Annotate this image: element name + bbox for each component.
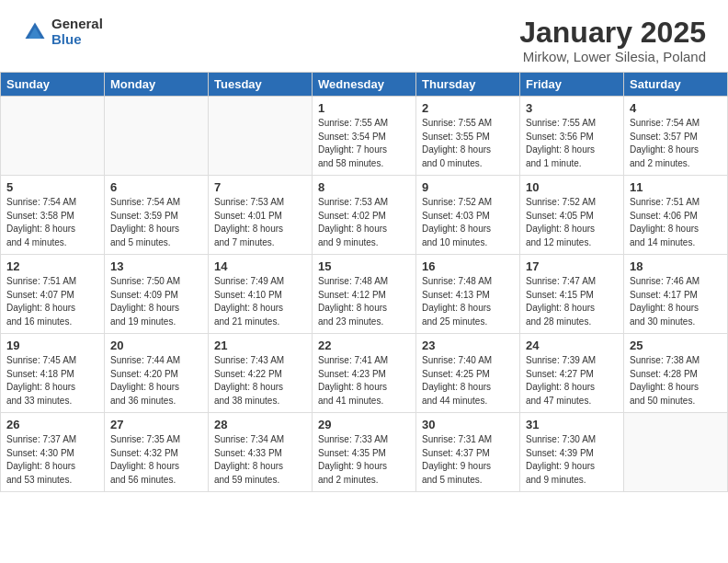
day-number: 12 <box>6 259 98 273</box>
calendar-day-header: Thursday <box>416 73 520 97</box>
calendar-cell <box>624 413 728 492</box>
calendar-week-row: 12Sunrise: 7:51 AM Sunset: 4:07 PM Dayli… <box>1 255 728 334</box>
day-info: Sunrise: 7:48 AM Sunset: 4:12 PM Dayligh… <box>318 275 410 328</box>
logo-icon <box>22 19 48 45</box>
day-info: Sunrise: 7:33 AM Sunset: 4:35 PM Dayligh… <box>318 433 410 487</box>
day-info: Sunrise: 7:53 AM Sunset: 4:02 PM Dayligh… <box>318 196 410 249</box>
calendar-cell: 29Sunrise: 7:33 AM Sunset: 4:35 PM Dayli… <box>313 413 416 492</box>
day-number: 29 <box>318 418 410 431</box>
calendar-cell: 10Sunrise: 7:52 AM Sunset: 4:05 PM Dayli… <box>520 176 624 255</box>
calendar-week-row: 5Sunrise: 7:54 AM Sunset: 3:58 PM Daylig… <box>1 176 728 255</box>
day-info: Sunrise: 7:55 AM Sunset: 3:54 PM Dayligh… <box>318 117 410 170</box>
day-info: Sunrise: 7:31 AM Sunset: 4:37 PM Dayligh… <box>422 433 514 487</box>
day-number: 24 <box>526 339 618 352</box>
calendar-cell <box>105 97 209 176</box>
page-subtitle: Mirkow, Lower Silesia, Poland <box>519 49 706 64</box>
page-header: General Blue January 2025 Mirkow, Lower … <box>0 0 728 72</box>
day-info: Sunrise: 7:51 AM Sunset: 4:06 PM Dayligh… <box>630 196 722 249</box>
day-info: Sunrise: 7:49 AM Sunset: 4:10 PM Dayligh… <box>214 275 306 328</box>
day-info: Sunrise: 7:55 AM Sunset: 3:56 PM Dayligh… <box>526 117 618 170</box>
day-info: Sunrise: 7:45 AM Sunset: 4:18 PM Dayligh… <box>6 354 98 408</box>
calendar-week-row: 26Sunrise: 7:37 AM Sunset: 4:30 PM Dayli… <box>1 413 728 492</box>
calendar-day-header: Wednesday <box>313 73 416 97</box>
calendar-cell <box>209 97 313 176</box>
day-info: Sunrise: 7:55 AM Sunset: 3:55 PM Dayligh… <box>422 117 514 170</box>
calendar-header-row: SundayMondayTuesdayWednesdayThursdayFrid… <box>1 73 728 97</box>
day-number: 21 <box>214 339 306 352</box>
day-number: 14 <box>214 259 306 273</box>
page-title: January 2025 <box>519 17 706 49</box>
day-info: Sunrise: 7:43 AM Sunset: 4:22 PM Dayligh… <box>214 354 306 408</box>
day-number: 7 <box>214 180 306 194</box>
calendar-cell: 27Sunrise: 7:35 AM Sunset: 4:32 PM Dayli… <box>105 413 209 492</box>
calendar-day-header: Monday <box>105 73 209 97</box>
day-info: Sunrise: 7:35 AM Sunset: 4:32 PM Dayligh… <box>110 433 202 487</box>
day-info: Sunrise: 7:37 AM Sunset: 4:30 PM Dayligh… <box>6 433 98 487</box>
day-number: 3 <box>526 101 618 115</box>
calendar-cell: 13Sunrise: 7:50 AM Sunset: 4:09 PM Dayli… <box>105 255 209 334</box>
day-info: Sunrise: 7:46 AM Sunset: 4:17 PM Dayligh… <box>630 275 722 328</box>
calendar-cell: 23Sunrise: 7:40 AM Sunset: 4:25 PM Dayli… <box>416 334 520 413</box>
day-number: 9 <box>422 180 514 194</box>
day-number: 23 <box>422 339 514 352</box>
calendar-cell <box>1 97 105 176</box>
day-number: 6 <box>110 180 202 194</box>
calendar-week-row: 1Sunrise: 7:55 AM Sunset: 3:54 PM Daylig… <box>1 97 728 176</box>
calendar-cell: 3Sunrise: 7:55 AM Sunset: 3:56 PM Daylig… <box>520 97 624 176</box>
day-info: Sunrise: 7:54 AM Sunset: 3:58 PM Dayligh… <box>6 196 98 249</box>
calendar-cell: 25Sunrise: 7:38 AM Sunset: 4:28 PM Dayli… <box>624 334 728 413</box>
title-block: January 2025 Mirkow, Lower Silesia, Pola… <box>519 17 706 64</box>
logo: General Blue <box>22 17 103 47</box>
day-number: 5 <box>6 180 98 194</box>
calendar-cell: 12Sunrise: 7:51 AM Sunset: 4:07 PM Dayli… <box>1 255 105 334</box>
calendar-cell: 8Sunrise: 7:53 AM Sunset: 4:02 PM Daylig… <box>313 176 416 255</box>
calendar-cell: 19Sunrise: 7:45 AM Sunset: 4:18 PM Dayli… <box>1 334 105 413</box>
calendar-day-header: Friday <box>520 73 624 97</box>
calendar-cell: 28Sunrise: 7:34 AM Sunset: 4:33 PM Dayli… <box>209 413 313 492</box>
calendar-cell: 17Sunrise: 7:47 AM Sunset: 4:15 PM Dayli… <box>520 255 624 334</box>
day-number: 15 <box>318 259 410 273</box>
calendar-cell: 30Sunrise: 7:31 AM Sunset: 4:37 PM Dayli… <box>416 413 520 492</box>
day-number: 22 <box>318 339 410 352</box>
day-info: Sunrise: 7:40 AM Sunset: 4:25 PM Dayligh… <box>422 354 514 408</box>
calendar-cell: 7Sunrise: 7:53 AM Sunset: 4:01 PM Daylig… <box>209 176 313 255</box>
day-number: 30 <box>422 418 514 431</box>
calendar-cell: 20Sunrise: 7:44 AM Sunset: 4:20 PM Dayli… <box>105 334 209 413</box>
day-info: Sunrise: 7:34 AM Sunset: 4:33 PM Dayligh… <box>214 433 306 487</box>
day-number: 4 <box>630 101 722 115</box>
day-number: 1 <box>318 101 410 115</box>
day-info: Sunrise: 7:52 AM Sunset: 4:05 PM Dayligh… <box>526 196 618 249</box>
day-info: Sunrise: 7:38 AM Sunset: 4:28 PM Dayligh… <box>630 354 722 408</box>
calendar-cell: 2Sunrise: 7:55 AM Sunset: 3:55 PM Daylig… <box>416 97 520 176</box>
calendar-cell: 22Sunrise: 7:41 AM Sunset: 4:23 PM Dayli… <box>313 334 416 413</box>
day-number: 19 <box>6 339 98 352</box>
calendar-cell: 14Sunrise: 7:49 AM Sunset: 4:10 PM Dayli… <box>209 255 313 334</box>
day-number: 13 <box>110 259 202 273</box>
calendar-week-row: 19Sunrise: 7:45 AM Sunset: 4:18 PM Dayli… <box>1 334 728 413</box>
day-info: Sunrise: 7:52 AM Sunset: 4:03 PM Dayligh… <box>422 196 514 249</box>
day-number: 16 <box>422 259 514 273</box>
day-info: Sunrise: 7:47 AM Sunset: 4:15 PM Dayligh… <box>526 275 618 328</box>
calendar-day-header: Sunday <box>1 73 105 97</box>
calendar-cell: 18Sunrise: 7:46 AM Sunset: 4:17 PM Dayli… <box>624 255 728 334</box>
calendar-cell: 6Sunrise: 7:54 AM Sunset: 3:59 PM Daylig… <box>105 176 209 255</box>
day-number: 20 <box>110 339 202 352</box>
calendar-cell: 31Sunrise: 7:30 AM Sunset: 4:39 PM Dayli… <box>520 413 624 492</box>
calendar-cell: 1Sunrise: 7:55 AM Sunset: 3:54 PM Daylig… <box>313 97 416 176</box>
calendar-cell: 15Sunrise: 7:48 AM Sunset: 4:12 PM Dayli… <box>313 255 416 334</box>
day-info: Sunrise: 7:50 AM Sunset: 4:09 PM Dayligh… <box>110 275 202 328</box>
calendar-cell: 4Sunrise: 7:54 AM Sunset: 3:57 PM Daylig… <box>624 97 728 176</box>
day-info: Sunrise: 7:39 AM Sunset: 4:27 PM Dayligh… <box>526 354 618 408</box>
calendar-cell: 9Sunrise: 7:52 AM Sunset: 4:03 PM Daylig… <box>416 176 520 255</box>
day-info: Sunrise: 7:41 AM Sunset: 4:23 PM Dayligh… <box>318 354 410 408</box>
day-number: 2 <box>422 101 514 115</box>
day-info: Sunrise: 7:30 AM Sunset: 4:39 PM Dayligh… <box>526 433 618 487</box>
day-number: 10 <box>526 180 618 194</box>
day-info: Sunrise: 7:54 AM Sunset: 3:57 PM Dayligh… <box>630 117 722 170</box>
day-number: 28 <box>214 418 306 431</box>
calendar-cell: 11Sunrise: 7:51 AM Sunset: 4:06 PM Dayli… <box>624 176 728 255</box>
day-info: Sunrise: 7:53 AM Sunset: 4:01 PM Dayligh… <box>214 196 306 249</box>
calendar-cell: 21Sunrise: 7:43 AM Sunset: 4:22 PM Dayli… <box>209 334 313 413</box>
calendar-cell: 16Sunrise: 7:48 AM Sunset: 4:13 PM Dayli… <box>416 255 520 334</box>
day-number: 26 <box>6 418 98 431</box>
